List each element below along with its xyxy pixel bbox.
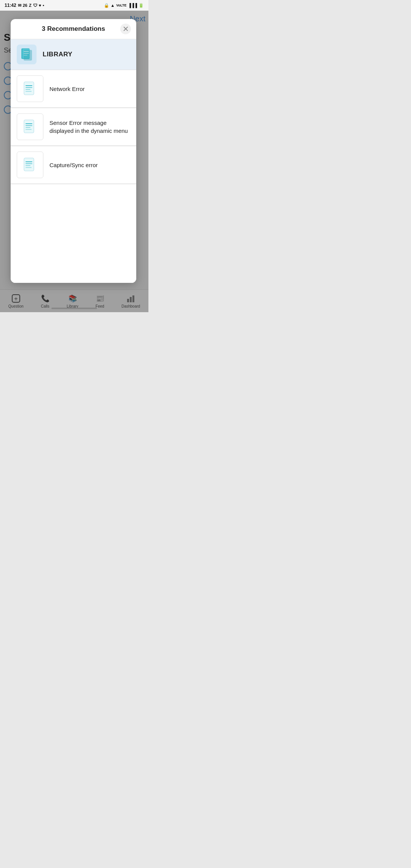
status-heart-icon: ♥ [39,3,41,8]
svg-rect-16 [25,91,32,92]
svg-rect-23 [24,158,34,171]
status-dot-icon: • [43,3,44,8]
rec-icon-wrap-2 [17,113,43,140]
status-time: 11:42 [5,3,16,8]
svg-rect-26 [25,163,32,164]
recommendations-modal: 3 Recommendations ✕ LIBRARY [11,19,136,283]
svg-rect-21 [25,127,30,128]
svg-rect-22 [25,129,32,130]
svg-rect-28 [25,167,32,168]
rec-icon-wrap-1 [17,75,43,102]
svg-rect-20 [25,125,32,126]
svg-rect-27 [25,165,30,166]
status-bar-right: 🔒 ▲ VoLTE ▐▐▐ 🔋 [104,3,144,8]
status-lock-icon: 🔒 [104,3,109,8]
library-icon-wrap [17,45,37,64]
status-wifi-icon: ▲ [111,3,115,8]
status-bar-left: 11:42 ✉ 26 Z 🛡 ♥ • [5,3,44,8]
network-error-doc-icon [22,80,38,97]
rec-label-network-error: Network Error [49,85,85,93]
sensor-error-doc-icon [22,118,38,135]
svg-rect-15 [25,89,30,90]
status-zomato-icon: Z [29,3,32,8]
rec-label-capture-sync: Capture/Sync error [49,161,98,169]
status-mail-icon: ✉ [18,3,21,8]
home-indicator [51,308,97,309]
rec-label-sensor-error: Sensor Error message displayed in the dy… [49,119,130,135]
rec-item-sensor-error[interactable]: Sensor Error message displayed in the dy… [11,108,136,146]
rec-item-network-error[interactable]: Network Error [11,70,136,108]
library-label: LIBRARY [43,50,72,59]
modal-title: 3 Recommendations [42,25,105,33]
capture-sync-doc-icon [22,156,38,173]
svg-rect-10 [24,50,32,61]
svg-rect-14 [25,87,32,88]
svg-rect-25 [25,161,32,162]
modal-header: 3 Recommendations ✕ [11,19,136,39]
library-doc-icon [20,48,33,61]
status-num-icon: 26 [23,3,27,8]
rec-item-capture-sync[interactable]: Capture/Sync error [11,146,136,184]
svg-rect-19 [25,123,32,124]
library-item[interactable]: LIBRARY [11,39,136,70]
status-signal-icon: ▐▐▐ [128,3,137,8]
status-shield-icon: 🛡 [33,3,37,8]
rec-icon-wrap-3 [17,152,43,178]
svg-rect-13 [25,85,32,86]
modal-empty-area [11,184,136,283]
status-bar: 11:42 ✉ 26 Z 🛡 ♥ • 🔒 ▲ VoLTE ▐▐▐ 🔋 [0,0,148,11]
svg-rect-11 [24,82,34,95]
status-lte-icon: VoLTE [116,3,126,7]
status-battery-icon: 🔋 [139,3,144,8]
modal-close-button[interactable]: ✕ [120,24,131,34]
svg-rect-17 [24,120,34,133]
